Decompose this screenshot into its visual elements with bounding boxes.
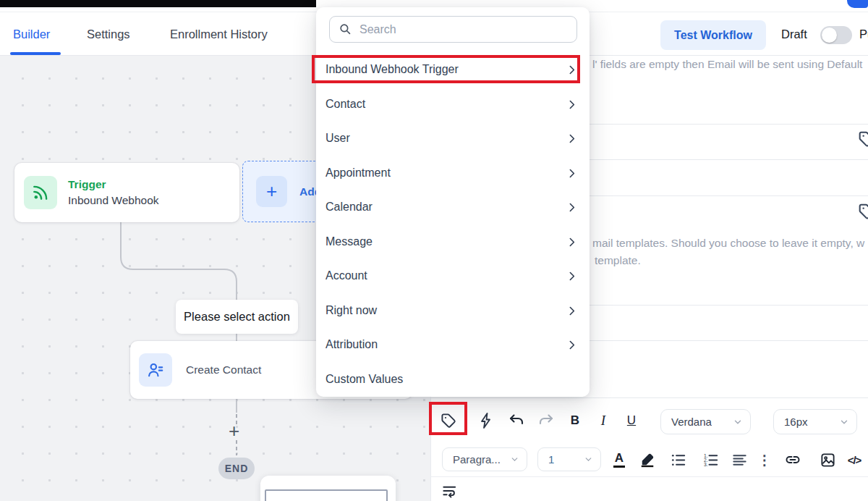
panel-helper-line2: template. [595,254,641,267]
create-contact-icon [139,353,172,387]
search-icon [339,22,352,36]
paragraph-style-value: Paragra... [453,453,501,466]
menu-item-message[interactable]: Message [316,224,590,259]
list-level-select[interactable]: 1 [537,447,601,471]
chevron-right-icon [566,236,578,248]
divider [431,397,868,398]
trigger-links-bolt-button[interactable] [474,408,498,433]
text-color-glyph: A [613,452,625,468]
italic-glyph: I [601,413,605,429]
code-view-button[interactable]: </> [842,447,867,472]
test-workflow-button[interactable]: Test Workflow [660,20,766,50]
divider [431,476,868,477]
align-button[interactable] [727,447,752,472]
panel-top-note: l' fields are empty then Email will be s… [592,58,862,71]
redo-button[interactable] [533,408,558,433]
chevron-right-icon [566,132,578,145]
search-box[interactable] [329,16,577,43]
paragraph-style-select[interactable]: Paragra... [442,447,527,471]
chevron-down-icon [510,455,519,464]
menu-item-inbound-webhook-trigger[interactable]: Inbound Webhook Trigger [316,52,590,87]
select-action-tooltip: Please select action [176,300,298,334]
menu-item-calendar[interactable]: Calendar [316,190,590,224]
text-color-button[interactable]: A [607,447,631,472]
trigger-node-title: Trigger [68,178,159,191]
more-options-button[interactable]: ⋮ [752,447,777,472]
end-badge-text: END [225,463,249,474]
menu-item-label: Inbound Webhook Trigger [326,63,459,76]
menu-item-custom-values[interactable]: Custom Values [316,362,590,397]
chevron-right-icon [566,201,578,214]
select-action-text: Please select action [184,310,290,324]
publish-button-fragment[interactable] [847,0,868,8]
font-family-value: Verdana [671,416,712,428]
vertical-dots-glyph: ⋮ [758,452,772,468]
chevron-right-icon [566,167,578,180]
menu-item-account[interactable]: Account [316,258,590,293]
highlight-color-button[interactable] [635,447,660,472]
panel-helper-line1: mail templates. Should you choose to lea… [592,237,864,250]
chevron-down-icon [839,417,849,427]
menu-item-label: Right now [326,304,377,317]
plus-icon: + [256,176,287,207]
chevron-right-icon [566,305,578,317]
inbound-webhook-icon [24,176,57,209]
menu-item-right-now[interactable]: Right now [316,293,590,328]
active-tab-underline [10,52,61,55]
menu-item-label: Message [326,235,373,248]
bullet-list-button[interactable] [665,447,690,472]
bold-button[interactable]: B [563,408,587,433]
workflow-builder-screen: Trigger Inbound Webhook + Add Please sel… [0,0,868,501]
toggle-knob [822,28,837,43]
underline-glyph: U [627,413,636,428]
insert-link-button[interactable] [780,447,805,472]
draft-label: Draft [781,28,807,41]
chevron-right-icon [566,270,578,282]
menu-item-label: Custom Values [326,373,403,386]
draft-publish-toggle[interactable] [820,26,852,44]
action-picker-dropdown: Inbound Webhook Trigger Contact User App… [316,7,590,397]
font-size-value: 16px [784,416,808,428]
menu-item-label: Calendar [326,201,373,214]
merge-field-tag-icon[interactable] [854,127,868,151]
trigger-node[interactable]: Trigger Inbound Webhook [14,163,239,222]
create-contact-label: Create Contact [186,363,261,376]
list-level-value: 1 [548,453,554,466]
trigger-node-subtitle: Inbound Webhook [68,194,159,207]
undo-button[interactable] [505,408,529,433]
italic-button[interactable]: I [591,408,616,433]
branch-plus-icon[interactable]: + [229,421,239,440]
menu-item-label: User [326,132,350,145]
menu-item-label: Account [326,269,367,282]
tab-enrollment-history[interactable]: Enrollment History [170,28,268,41]
chevron-down-icon [733,417,743,427]
publish-label-partial: Pu [859,28,868,41]
underline-button[interactable]: U [619,408,644,433]
bottom-popup-field[interactable] [265,489,388,501]
menu-item-appointment[interactable]: Appointment [316,156,590,190]
insert-image-button[interactable] [815,447,840,472]
font-size-select[interactable]: 16px [773,409,857,434]
tab-builder[interactable]: Builder [13,28,50,41]
search-input[interactable] [358,22,556,37]
end-badge: END [218,458,255,479]
tab-settings[interactable]: Settings [87,28,130,41]
code-glyph: </> [848,454,861,466]
top-black-bar [0,0,316,7]
chevron-right-icon [566,339,578,351]
chevron-right-icon [566,98,578,111]
menu-item-contact[interactable]: Contact [316,87,590,122]
custom-values-tag-button[interactable] [436,408,461,433]
bold-glyph: B [571,413,579,428]
svg-text:3.: 3. [703,462,707,467]
menu-item-label: Contact [326,98,365,111]
menu-item-label: Attribution [326,338,378,351]
menu-item-user[interactable]: User [316,121,590,156]
menu-item-attribution[interactable]: Attribution [316,327,590,362]
menu-item-label: Appointment [326,167,391,180]
ordered-list-button[interactable]: 1. 2. 3. [698,447,723,472]
text-wrap-button[interactable] [437,479,461,501]
merge-field-tag-icon[interactable] [854,199,868,224]
font-family-select[interactable]: Verdana [660,409,751,434]
chevron-down-icon [584,455,593,464]
